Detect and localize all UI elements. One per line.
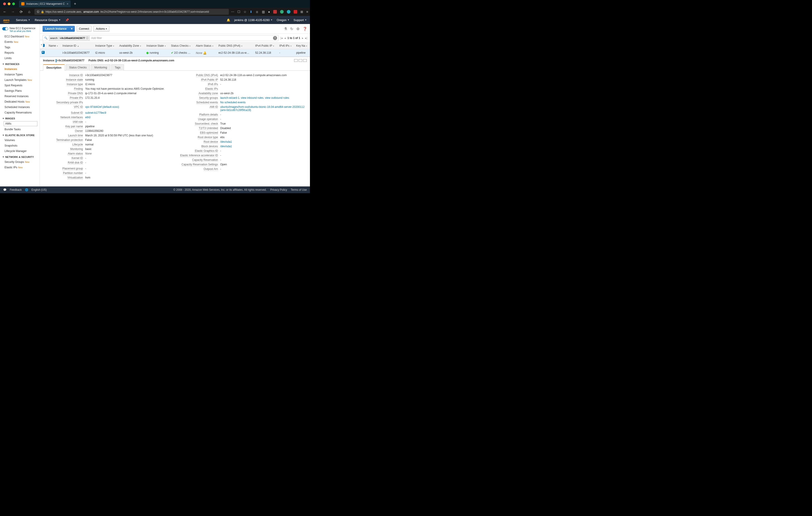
hamburger-icon[interactable]: ≡ xyxy=(306,10,308,13)
next-page[interactable]: ▸ xyxy=(302,36,303,40)
column-header[interactable]: Public DNS (IPv4)▾ xyxy=(216,42,253,49)
privacy-link[interactable]: Privacy Policy xyxy=(270,188,287,191)
section-network[interactable]: ▼NETWORK & SECURITY xyxy=(0,154,40,159)
table-row[interactable]: i-0c100ab8103423677 t2.micro us-west-2b … xyxy=(40,49,310,57)
detail-link[interactable]: No scheduled events xyxy=(220,101,245,104)
search-help-icon[interactable]: ? xyxy=(273,36,277,40)
settings-icon[interactable]: ⚙ xyxy=(296,27,299,31)
minimize-window[interactable] xyxy=(8,2,10,5)
detail-link[interactable]: vpc-97dd42ef (default-xoxo) xyxy=(85,105,119,109)
sidebar-item[interactable]: Volumes xyxy=(0,138,40,143)
close-window[interactable] xyxy=(3,2,6,5)
resource-groups-menu[interactable]: Resource Groups▼ xyxy=(35,18,61,22)
pin-icon[interactable]: 📌 xyxy=(65,18,69,22)
detail-link[interactable]: /dev/sda1 xyxy=(220,140,232,143)
sidebar-item[interactable]: EC2 DashboardNew xyxy=(0,34,40,39)
column-header[interactable]: Key Na▾ xyxy=(294,42,310,49)
launch-dropdown[interactable]: ▼ xyxy=(69,26,75,32)
detail-link[interactable]: launch-wizard-1. view inbound rules. vie… xyxy=(220,96,289,99)
new-tab-button[interactable]: + xyxy=(72,2,78,6)
actions-menu[interactable]: Actions ▾ xyxy=(93,26,109,32)
column-header[interactable]: Instance State▾ xyxy=(145,42,169,49)
forward-button[interactable]: → xyxy=(10,10,16,14)
ext-icon[interactable] xyxy=(287,10,290,13)
ext-grid-icon[interactable]: ⊞ xyxy=(300,10,303,13)
column-header[interactable]: Status Checks▾ xyxy=(169,42,194,49)
ext-icon[interactable] xyxy=(280,10,284,13)
section-images[interactable]: ▼IMAGES xyxy=(0,115,40,121)
tab-status-checks[interactable]: Status Checks xyxy=(66,64,90,71)
tab-tags[interactable]: Tags xyxy=(111,64,124,71)
section-ebs[interactable]: ▼ELASTIC BLOCK STORE xyxy=(0,132,40,138)
column-header[interactable]: IPv6 IPs▾ xyxy=(278,42,294,49)
sidebar-item[interactable]: Lifecycle Manager xyxy=(0,148,40,154)
library-icon[interactable]: ⫼ xyxy=(256,10,259,13)
sidebar-item[interactable]: Instance Types xyxy=(0,72,40,77)
sidebar-item[interactable]: Dedicated HostsNew xyxy=(0,99,40,104)
close-tab-icon[interactable]: × xyxy=(67,2,68,6)
support-menu[interactable]: Support▼ xyxy=(294,18,307,22)
detail-link[interactable]: subnet-b1779ec9 xyxy=(85,111,106,114)
detail-link[interactable]: /dev/sda1 xyxy=(220,145,232,148)
column-header[interactable]: Alarm Status▾ xyxy=(194,42,216,49)
sidebar-item[interactable]: Reserved Instances xyxy=(0,94,40,99)
browser-tab[interactable]: Instances | EC2 Management C × xyxy=(19,0,71,7)
search-chip[interactable]: search :i-0c100ab8103423677 ⓧ xyxy=(49,36,90,40)
new-experience-toggle[interactable]: New EC2 Experience Tell us what you thin… xyxy=(0,25,40,34)
sidebar-item[interactable]: Bundle Tasks xyxy=(0,127,40,132)
ext-ublock-icon[interactable] xyxy=(273,10,277,13)
notifications-icon[interactable]: 🔔 xyxy=(227,18,230,22)
collapse-sidebar[interactable]: ◂ xyxy=(40,40,43,49)
download-icon[interactable]: ⬇ xyxy=(250,10,252,13)
sidebar-item[interactable]: EventsNew xyxy=(0,39,40,44)
sidebar-item[interactable]: Tags xyxy=(0,44,40,50)
column-header[interactable]: Instance Type▾ xyxy=(93,42,117,49)
toggle-switch[interactable] xyxy=(2,27,8,30)
prev-page[interactable]: ◂ xyxy=(284,36,286,40)
maximize-window[interactable] xyxy=(12,2,15,5)
sidebar-icon[interactable]: ▥ xyxy=(262,10,265,13)
language-link[interactable]: English (US) xyxy=(31,188,47,191)
tab-monitoring[interactable]: Monitoring xyxy=(91,64,110,71)
layout-3-icon[interactable] xyxy=(303,59,307,62)
last-page[interactable]: ▸| xyxy=(305,36,307,40)
sidebar-item[interactable]: Elastic IPsNew xyxy=(0,165,40,170)
sidebar-item[interactable]: Limits xyxy=(0,56,40,61)
layout-1-icon[interactable] xyxy=(294,59,298,62)
menu-dots-icon[interactable]: ⋯ xyxy=(231,10,234,13)
experiments-icon[interactable]: ⚗ xyxy=(284,27,287,31)
connect-button[interactable]: Connect xyxy=(77,26,92,32)
bookmark-icon[interactable]: ☆ xyxy=(243,10,246,13)
column-header[interactable]: Availability Zone▾ xyxy=(118,42,145,49)
back-button[interactable]: ← xyxy=(2,10,8,14)
sidebar-item[interactable]: Scheduled Instances xyxy=(0,104,40,110)
column-header[interactable]: IPv4 Public IP▾ xyxy=(253,42,277,49)
row-checkbox[interactable] xyxy=(42,51,45,54)
feedback-link[interactable]: Tell us what you think xyxy=(9,30,35,32)
search-input[interactable]: 🔍 search :i-0c100ab8103423677 ⓧ Add filt… xyxy=(42,35,279,41)
detail-link[interactable]: ubuntu/images/hvm-ssd/ubuntu-bionic-18.0… xyxy=(220,105,304,112)
ext-icon[interactable] xyxy=(294,10,297,13)
first-page[interactable]: |◂ xyxy=(281,36,283,40)
terms-link[interactable]: Terms of Use xyxy=(291,188,307,191)
sidebar-item[interactable]: Security GroupsNew xyxy=(0,159,40,165)
sidebar-item[interactable]: Savings Plans xyxy=(0,88,40,94)
sidebar-item[interactable]: AMIs xyxy=(4,121,37,126)
url-input[interactable]: 🛈 🔒 https://us-west-2.console.aws.amazon… xyxy=(34,9,229,15)
sidebar-item[interactable]: Instances xyxy=(0,66,40,72)
aws-logo[interactable]: aws xyxy=(3,18,9,22)
services-menu[interactable]: Services▼ xyxy=(16,18,30,22)
region-menu[interactable]: Oregon▼ xyxy=(277,18,289,22)
home-button[interactable]: ⌂ xyxy=(26,10,32,14)
sidebar-item[interactable]: Spot Requests xyxy=(0,83,40,88)
sidebar-item[interactable]: Snapshots xyxy=(0,143,40,148)
sidebar-item[interactable]: Launch TemplatesNew xyxy=(0,77,40,83)
sidebar-item[interactable]: Capacity Reservations xyxy=(0,110,40,115)
detail-link[interactable]: eth0 xyxy=(85,116,90,119)
account-icon[interactable]: ● xyxy=(268,10,270,13)
column-header[interactable]: Instance ID▲ xyxy=(61,42,93,49)
sidebar-item[interactable]: Reports xyxy=(0,50,40,56)
column-header[interactable]: Name▾ xyxy=(47,42,61,49)
help-icon[interactable]: ❓ xyxy=(303,27,307,31)
reload-button[interactable]: ⟳ xyxy=(18,10,24,14)
